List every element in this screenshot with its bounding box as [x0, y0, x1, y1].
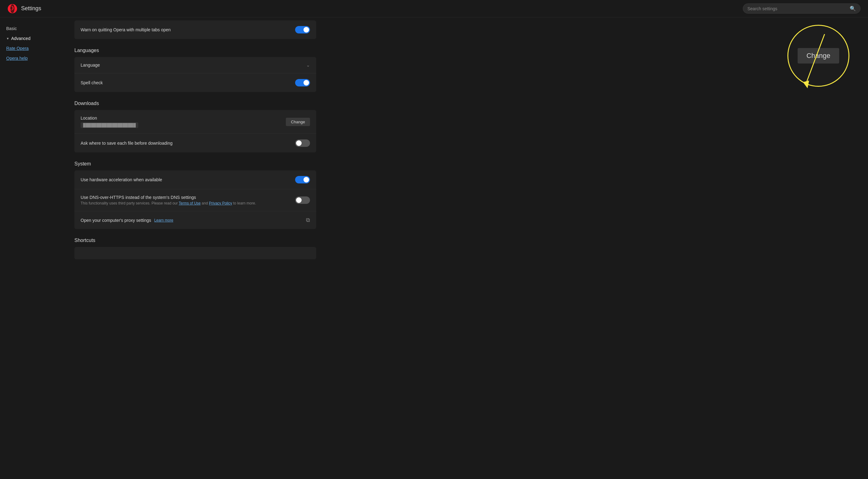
languages-card: Language ⌄ Spell check — [74, 57, 316, 92]
hardware-accel-row: Use hardware acceleration when available — [74, 170, 316, 189]
sidebar-item-advanced[interactable]: ▼ Advanced — [0, 33, 62, 43]
sidebar-item-basic[interactable]: Basic — [0, 24, 62, 33]
downloads-card: Location ████████████████████ Change Ask… — [74, 110, 316, 153]
warn-quit-row: Warn on quitting Opera with multiple tab… — [74, 21, 316, 39]
toggle-slider — [295, 196, 310, 204]
proxy-learn-more-link[interactable]: Learn more — [154, 218, 173, 222]
chevron-down-icon: ⌄ — [306, 63, 310, 68]
location-path: ████████████████████ — [81, 122, 138, 128]
warn-quit-label: Warn on quitting Opera with multiple tab… — [81, 27, 171, 32]
location-label: Location — [81, 116, 138, 121]
downloads-heading: Downloads — [74, 101, 316, 106]
ask-save-label: Ask where to save each file before downl… — [81, 141, 173, 146]
sidebar: Basic ▼ Advanced Rate Opera Opera help — [0, 18, 62, 479]
toggle-slider — [295, 26, 310, 33]
search-icon: 🔍 — [850, 6, 856, 11]
location-text: Location ████████████████████ — [81, 116, 138, 128]
topbar: O Settings 🔍 — [0, 0, 868, 18]
dns-text: Use DNS-over-HTTPS instead of the system… — [81, 195, 256, 205]
shortcuts-heading: Shortcuts — [74, 237, 316, 243]
dns-https-row: Use DNS-over-HTTPS instead of the system… — [74, 189, 316, 211]
hardware-accel-label: Use hardware acceleration when available — [81, 177, 162, 182]
warn-quit-toggle[interactable] — [295, 26, 310, 33]
external-link-icon[interactable]: ⧉ — [306, 217, 310, 223]
toggle-slider — [295, 139, 310, 147]
proxy-row: Open your computer's proxy settings Lear… — [74, 211, 316, 229]
language-row: Language ⌄ — [74, 57, 316, 73]
spell-check-label: Spell check — [81, 80, 103, 85]
search-bar[interactable]: 🔍 — [743, 3, 861, 13]
toggle-slider — [295, 176, 310, 184]
sidebar-item-rate-opera[interactable]: Rate Opera — [0, 43, 62, 53]
toggle-slider — [295, 79, 310, 87]
search-input[interactable] — [747, 6, 847, 11]
sidebar-item-opera-help[interactable]: Opera help — [0, 53, 62, 63]
languages-heading: Languages — [74, 48, 316, 53]
system-card: Use hardware acceleration when available… — [74, 170, 316, 229]
location-row: Location ████████████████████ Change — [74, 110, 316, 134]
shortcuts-card — [74, 247, 316, 259]
proxy-label: Open your computer's proxy settings — [81, 218, 151, 223]
main-layout: Basic ▼ Advanced Rate Opera Opera help W… — [0, 18, 868, 479]
opera-logo-icon: O — [7, 4, 18, 13]
settings-main: Warn on quitting Opera with multiple tab… — [62, 18, 329, 479]
privacy-policy-link[interactable]: Privacy Policy — [209, 201, 232, 205]
dns-sublabel: This functionality uses third party serv… — [81, 201, 256, 205]
terms-of-use-link[interactable]: Terms of Use — [179, 201, 201, 205]
warn-quit-card: Warn on quitting Opera with multiple tab… — [74, 21, 316, 39]
dns-https-toggle[interactable] — [295, 196, 310, 204]
spell-check-row: Spell check — [74, 73, 316, 92]
hardware-accel-toggle[interactable] — [295, 176, 310, 184]
svg-text:O: O — [9, 5, 14, 11]
ask-save-toggle[interactable] — [295, 139, 310, 147]
system-heading: System — [74, 161, 316, 167]
dns-label: Use DNS-over-HTTPS instead of the system… — [81, 195, 256, 200]
change-location-button[interactable]: Change — [286, 118, 310, 126]
ask-save-row: Ask where to save each file before downl… — [74, 134, 316, 153]
language-label: Language — [81, 63, 303, 68]
chevron-down-icon: ▼ — [6, 37, 9, 40]
page-title: Settings — [21, 5, 41, 12]
spell-check-toggle[interactable] — [295, 79, 310, 87]
